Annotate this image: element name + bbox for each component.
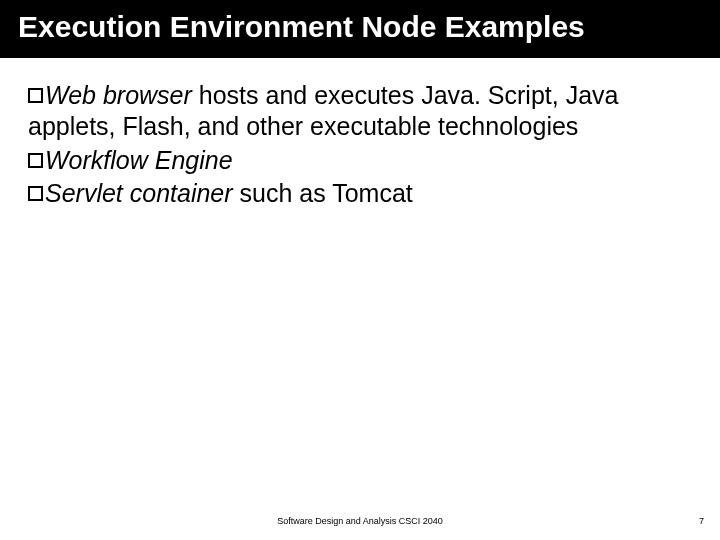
list-item: Workflow Engine bbox=[28, 145, 692, 176]
slide-title-bar: Execution Environment Node Examples bbox=[0, 0, 720, 58]
list-item: Servlet container such as Tomcat bbox=[28, 178, 692, 209]
bullet-lead: Servlet container bbox=[45, 179, 233, 207]
slide-body: Web browser hosts and executes Java. Scr… bbox=[0, 58, 720, 209]
footer-text: Software Design and Analysis CSCI 2040 bbox=[0, 516, 720, 526]
square-bullet-icon bbox=[28, 88, 43, 103]
square-bullet-icon bbox=[28, 186, 43, 201]
bullet-lead: Workflow Engine bbox=[45, 146, 233, 174]
bullet-lead: Web browser bbox=[45, 81, 192, 109]
list-item: Web browser hosts and executes Java. Scr… bbox=[28, 80, 692, 143]
page-number: 7 bbox=[699, 516, 704, 526]
slide-title: Execution Environment Node Examples bbox=[18, 10, 585, 43]
square-bullet-icon bbox=[28, 153, 43, 168]
bullet-text: such as Tomcat bbox=[233, 179, 413, 207]
